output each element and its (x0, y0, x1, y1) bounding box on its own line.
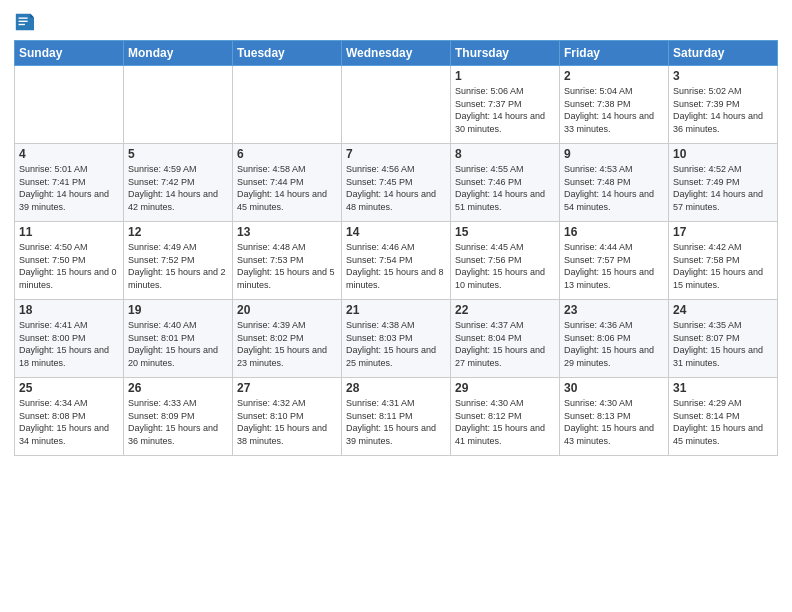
day-number: 26 (128, 381, 228, 395)
svg-rect-3 (19, 21, 28, 22)
day-number: 10 (673, 147, 773, 161)
calendar-cell: 3Sunrise: 5:02 AMSunset: 7:39 PMDaylight… (669, 66, 778, 144)
calendar-cell: 21Sunrise: 4:38 AMSunset: 8:03 PMDayligh… (342, 300, 451, 378)
weekday-header-row: SundayMondayTuesdayWednesdayThursdayFrid… (15, 41, 778, 66)
calendar-cell: 8Sunrise: 4:55 AMSunset: 7:46 PMDaylight… (451, 144, 560, 222)
calendar-week-3: 11Sunrise: 4:50 AMSunset: 7:50 PMDayligh… (15, 222, 778, 300)
day-info: Sunrise: 4:56 AMSunset: 7:45 PMDaylight:… (346, 164, 436, 212)
day-number: 2 (564, 69, 664, 83)
calendar-cell: 28Sunrise: 4:31 AMSunset: 8:11 PMDayligh… (342, 378, 451, 456)
day-info: Sunrise: 5:06 AMSunset: 7:37 PMDaylight:… (455, 86, 545, 134)
day-number: 19 (128, 303, 228, 317)
weekday-tuesday: Tuesday (233, 41, 342, 66)
day-info: Sunrise: 5:04 AMSunset: 7:38 PMDaylight:… (564, 86, 654, 134)
calendar-cell: 4Sunrise: 5:01 AMSunset: 7:41 PMDaylight… (15, 144, 124, 222)
day-number: 17 (673, 225, 773, 239)
day-number: 7 (346, 147, 446, 161)
day-info: Sunrise: 4:52 AMSunset: 7:49 PMDaylight:… (673, 164, 763, 212)
calendar-cell: 10Sunrise: 4:52 AMSunset: 7:49 PMDayligh… (669, 144, 778, 222)
day-number: 31 (673, 381, 773, 395)
day-info: Sunrise: 4:34 AMSunset: 8:08 PMDaylight:… (19, 398, 109, 446)
logo-icon (14, 10, 34, 34)
day-info: Sunrise: 4:46 AMSunset: 7:54 PMDaylight:… (346, 242, 444, 290)
day-info: Sunrise: 4:55 AMSunset: 7:46 PMDaylight:… (455, 164, 545, 212)
calendar-cell: 14Sunrise: 4:46 AMSunset: 7:54 PMDayligh… (342, 222, 451, 300)
svg-marker-1 (30, 14, 34, 18)
day-info: Sunrise: 4:31 AMSunset: 8:11 PMDaylight:… (346, 398, 436, 446)
weekday-sunday: Sunday (15, 41, 124, 66)
day-info: Sunrise: 4:48 AMSunset: 7:53 PMDaylight:… (237, 242, 335, 290)
day-number: 4 (19, 147, 119, 161)
day-info: Sunrise: 4:35 AMSunset: 8:07 PMDaylight:… (673, 320, 763, 368)
page-container: SundayMondayTuesdayWednesdayThursdayFrid… (0, 0, 792, 612)
calendar-week-4: 18Sunrise: 4:41 AMSunset: 8:00 PMDayligh… (15, 300, 778, 378)
logo (14, 10, 38, 34)
day-number: 3 (673, 69, 773, 83)
day-number: 23 (564, 303, 664, 317)
day-number: 28 (346, 381, 446, 395)
calendar-cell: 15Sunrise: 4:45 AMSunset: 7:56 PMDayligh… (451, 222, 560, 300)
day-number: 5 (128, 147, 228, 161)
day-number: 1 (455, 69, 555, 83)
calendar-cell: 12Sunrise: 4:49 AMSunset: 7:52 PMDayligh… (124, 222, 233, 300)
day-info: Sunrise: 5:02 AMSunset: 7:39 PMDaylight:… (673, 86, 763, 134)
calendar-cell: 16Sunrise: 4:44 AMSunset: 7:57 PMDayligh… (560, 222, 669, 300)
day-number: 20 (237, 303, 337, 317)
day-number: 21 (346, 303, 446, 317)
day-info: Sunrise: 4:42 AMSunset: 7:58 PMDaylight:… (673, 242, 763, 290)
calendar-cell: 20Sunrise: 4:39 AMSunset: 8:02 PMDayligh… (233, 300, 342, 378)
day-info: Sunrise: 4:30 AMSunset: 8:13 PMDaylight:… (564, 398, 654, 446)
calendar-cell: 17Sunrise: 4:42 AMSunset: 7:58 PMDayligh… (669, 222, 778, 300)
calendar-cell: 27Sunrise: 4:32 AMSunset: 8:10 PMDayligh… (233, 378, 342, 456)
day-info: Sunrise: 4:49 AMSunset: 7:52 PMDaylight:… (128, 242, 226, 290)
calendar-cell: 23Sunrise: 4:36 AMSunset: 8:06 PMDayligh… (560, 300, 669, 378)
calendar-cell: 22Sunrise: 4:37 AMSunset: 8:04 PMDayligh… (451, 300, 560, 378)
day-number: 29 (455, 381, 555, 395)
day-info: Sunrise: 4:41 AMSunset: 8:00 PMDaylight:… (19, 320, 109, 368)
day-number: 16 (564, 225, 664, 239)
calendar-table: SundayMondayTuesdayWednesdayThursdayFrid… (14, 40, 778, 456)
svg-rect-4 (19, 24, 25, 25)
calendar-cell: 1Sunrise: 5:06 AMSunset: 7:37 PMDaylight… (451, 66, 560, 144)
svg-rect-2 (19, 17, 28, 18)
calendar-cell: 11Sunrise: 4:50 AMSunset: 7:50 PMDayligh… (15, 222, 124, 300)
day-number: 11 (19, 225, 119, 239)
weekday-monday: Monday (124, 41, 233, 66)
day-info: Sunrise: 4:50 AMSunset: 7:50 PMDaylight:… (19, 242, 117, 290)
calendar-week-5: 25Sunrise: 4:34 AMSunset: 8:08 PMDayligh… (15, 378, 778, 456)
weekday-wednesday: Wednesday (342, 41, 451, 66)
day-info: Sunrise: 4:44 AMSunset: 7:57 PMDaylight:… (564, 242, 654, 290)
day-info: Sunrise: 4:59 AMSunset: 7:42 PMDaylight:… (128, 164, 218, 212)
day-info: Sunrise: 4:38 AMSunset: 8:03 PMDaylight:… (346, 320, 436, 368)
day-number: 27 (237, 381, 337, 395)
calendar-cell (342, 66, 451, 144)
day-number: 22 (455, 303, 555, 317)
day-number: 8 (455, 147, 555, 161)
weekday-thursday: Thursday (451, 41, 560, 66)
calendar-cell: 26Sunrise: 4:33 AMSunset: 8:09 PMDayligh… (124, 378, 233, 456)
day-number: 15 (455, 225, 555, 239)
day-info: Sunrise: 5:01 AMSunset: 7:41 PMDaylight:… (19, 164, 109, 212)
calendar-cell: 6Sunrise: 4:58 AMSunset: 7:44 PMDaylight… (233, 144, 342, 222)
day-number: 12 (128, 225, 228, 239)
calendar-cell: 18Sunrise: 4:41 AMSunset: 8:00 PMDayligh… (15, 300, 124, 378)
day-number: 24 (673, 303, 773, 317)
day-info: Sunrise: 4:53 AMSunset: 7:48 PMDaylight:… (564, 164, 654, 212)
day-info: Sunrise: 4:29 AMSunset: 8:14 PMDaylight:… (673, 398, 763, 446)
day-info: Sunrise: 4:36 AMSunset: 8:06 PMDaylight:… (564, 320, 654, 368)
calendar-week-2: 4Sunrise: 5:01 AMSunset: 7:41 PMDaylight… (15, 144, 778, 222)
calendar-cell: 29Sunrise: 4:30 AMSunset: 8:12 PMDayligh… (451, 378, 560, 456)
calendar-body: 1Sunrise: 5:06 AMSunset: 7:37 PMDaylight… (15, 66, 778, 456)
calendar-cell: 30Sunrise: 4:30 AMSunset: 8:13 PMDayligh… (560, 378, 669, 456)
calendar-cell: 31Sunrise: 4:29 AMSunset: 8:14 PMDayligh… (669, 378, 778, 456)
day-number: 9 (564, 147, 664, 161)
day-info: Sunrise: 4:32 AMSunset: 8:10 PMDaylight:… (237, 398, 327, 446)
weekday-friday: Friday (560, 41, 669, 66)
calendar-cell (124, 66, 233, 144)
calendar-cell: 25Sunrise: 4:34 AMSunset: 8:08 PMDayligh… (15, 378, 124, 456)
day-info: Sunrise: 4:37 AMSunset: 8:04 PMDaylight:… (455, 320, 545, 368)
day-info: Sunrise: 4:30 AMSunset: 8:12 PMDaylight:… (455, 398, 545, 446)
day-number: 30 (564, 381, 664, 395)
calendar-cell: 13Sunrise: 4:48 AMSunset: 7:53 PMDayligh… (233, 222, 342, 300)
day-info: Sunrise: 4:58 AMSunset: 7:44 PMDaylight:… (237, 164, 327, 212)
